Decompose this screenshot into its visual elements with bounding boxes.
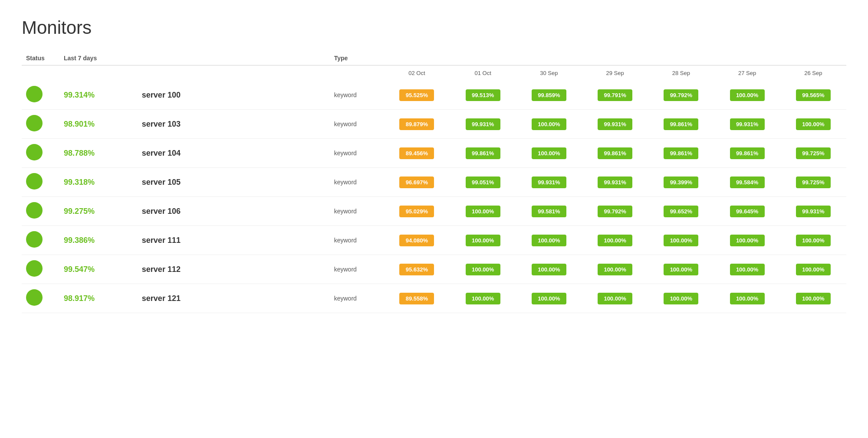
uptime-badge: 99.725%: [796, 147, 831, 159]
spacer-cell: [258, 197, 330, 226]
server-name-cell[interactable]: server 103: [138, 110, 258, 139]
day-cell[interactable]: 89.879%: [384, 110, 450, 139]
day-cell[interactable]: 99.513%: [450, 81, 516, 110]
day-cell[interactable]: 99.645%: [714, 197, 780, 226]
day-cell[interactable]: 99.652%: [648, 197, 714, 226]
uptime-badge: 100.00%: [598, 293, 632, 304]
uptime-cell: 99.318%: [59, 168, 138, 197]
day-cell[interactable]: 99.861%: [582, 139, 648, 168]
uptime-badge: 99.399%: [664, 177, 698, 188]
table-row: 98.917%server 121keyword89.558%100.00%10…: [22, 284, 846, 313]
type-cell: keyword: [330, 168, 384, 197]
uptime-badge: 99.645%: [730, 206, 765, 217]
spacer-cell: [258, 139, 330, 168]
uptime-badge: 99.931%: [730, 118, 765, 130]
uptime-badge: 99.792%: [664, 89, 698, 101]
day-cell[interactable]: 100.00%: [714, 255, 780, 284]
uptime-badge: 99.725%: [796, 177, 831, 188]
server-name-cell[interactable]: server 121: [138, 284, 258, 313]
day-cell[interactable]: 100.00%: [516, 110, 582, 139]
table-row: 99.275%server 106keyword95.029%100.00%99…: [22, 197, 846, 226]
server-name-cell[interactable]: server 112: [138, 255, 258, 284]
day-cell[interactable]: 100.00%: [450, 197, 516, 226]
day-cell[interactable]: 100.00%: [516, 255, 582, 284]
day-cell[interactable]: 99.725%: [780, 168, 846, 197]
day-cell[interactable]: 95.029%: [384, 197, 450, 226]
day-cell[interactable]: 100.00%: [648, 226, 714, 255]
uptime-badge: 100.00%: [532, 293, 566, 304]
status-dot: [26, 260, 43, 277]
day-cell[interactable]: 100.00%: [582, 226, 648, 255]
day-cell[interactable]: 99.581%: [516, 197, 582, 226]
day-cell[interactable]: 89.456%: [384, 139, 450, 168]
server-name-cell[interactable]: server 100: [138, 81, 258, 110]
day-cell[interactable]: 99.859%: [516, 81, 582, 110]
day-cell[interactable]: 99.791%: [582, 81, 648, 110]
day-cell[interactable]: 100.00%: [714, 226, 780, 255]
day-cell[interactable]: 95.632%: [384, 255, 450, 284]
day-cell[interactable]: 100.00%: [516, 226, 582, 255]
day-cell[interactable]: 95.525%: [384, 81, 450, 110]
uptime-badge: 96.697%: [399, 177, 434, 188]
day-cell[interactable]: 100.00%: [450, 284, 516, 313]
status-dot: [26, 202, 43, 219]
day-cell[interactable]: 96.697%: [384, 168, 450, 197]
day-cell[interactable]: 94.080%: [384, 226, 450, 255]
uptime-badge: 100.00%: [730, 293, 765, 304]
day-cell[interactable]: 99.931%: [780, 197, 846, 226]
uptime-badge: 100.00%: [532, 147, 566, 159]
day-cell[interactable]: 100.00%: [780, 255, 846, 284]
day-cell[interactable]: 89.558%: [384, 284, 450, 313]
server-name-cell[interactable]: server 106: [138, 197, 258, 226]
table-row: 98.901%server 103keyword89.879%99.931%10…: [22, 110, 846, 139]
spacer-cell: [258, 284, 330, 313]
status-cell: [22, 110, 59, 139]
table-row: 99.386%server 111keyword94.080%100.00%10…: [22, 226, 846, 255]
server-name-cell[interactable]: server 111: [138, 226, 258, 255]
day-cell[interactable]: 99.399%: [648, 168, 714, 197]
day-cell[interactable]: 100.00%: [582, 284, 648, 313]
day-cell[interactable]: 99.051%: [450, 168, 516, 197]
server-name-cell[interactable]: server 104: [138, 139, 258, 168]
uptime-badge: 100.00%: [532, 118, 566, 130]
day-cell[interactable]: 99.584%: [714, 168, 780, 197]
day-cell[interactable]: 99.931%: [714, 110, 780, 139]
day-cell[interactable]: 99.861%: [648, 110, 714, 139]
uptime-badge: 99.861%: [664, 147, 698, 159]
day-cell[interactable]: 100.00%: [450, 226, 516, 255]
day-cell[interactable]: 99.931%: [582, 110, 648, 139]
uptime-badge: 100.00%: [730, 235, 765, 246]
day-cell[interactable]: 99.931%: [450, 110, 516, 139]
uptime-cell: 98.917%: [59, 284, 138, 313]
uptime-badge: 99.859%: [532, 89, 566, 101]
table-row: 98.788%server 104keyword89.456%99.861%10…: [22, 139, 846, 168]
day-cell[interactable]: 100.00%: [516, 139, 582, 168]
day-cell[interactable]: 100.00%: [582, 255, 648, 284]
day-cell[interactable]: 99.861%: [450, 139, 516, 168]
server-name-cell[interactable]: server 105: [138, 168, 258, 197]
uptime-badge: 100.00%: [796, 118, 831, 130]
uptime-badge: 100.00%: [598, 235, 632, 246]
day-cell[interactable]: 99.792%: [648, 81, 714, 110]
day-cell[interactable]: 100.00%: [714, 284, 780, 313]
day-cell[interactable]: 100.00%: [780, 110, 846, 139]
date-col-3: 29 Sep: [582, 65, 648, 81]
day-cell[interactable]: 100.00%: [648, 255, 714, 284]
day-cell[interactable]: 100.00%: [648, 284, 714, 313]
header-status: Status: [22, 51, 59, 65]
day-cell[interactable]: 100.00%: [714, 81, 780, 110]
day-cell[interactable]: 99.931%: [582, 168, 648, 197]
day-cell[interactable]: 99.792%: [582, 197, 648, 226]
day-cell[interactable]: 100.00%: [516, 284, 582, 313]
day-cell[interactable]: 99.861%: [648, 139, 714, 168]
day-cell[interactable]: 99.861%: [714, 139, 780, 168]
day-cell[interactable]: 100.00%: [780, 226, 846, 255]
day-cell[interactable]: 99.725%: [780, 139, 846, 168]
uptime-badge: 99.931%: [532, 177, 566, 188]
header-type: Type: [330, 51, 384, 65]
day-cell[interactable]: 100.00%: [780, 284, 846, 313]
day-cell[interactable]: 99.931%: [516, 168, 582, 197]
day-cell[interactable]: 100.00%: [450, 255, 516, 284]
day-cell[interactable]: 99.565%: [780, 81, 846, 110]
uptime-badge: 99.931%: [598, 118, 632, 130]
